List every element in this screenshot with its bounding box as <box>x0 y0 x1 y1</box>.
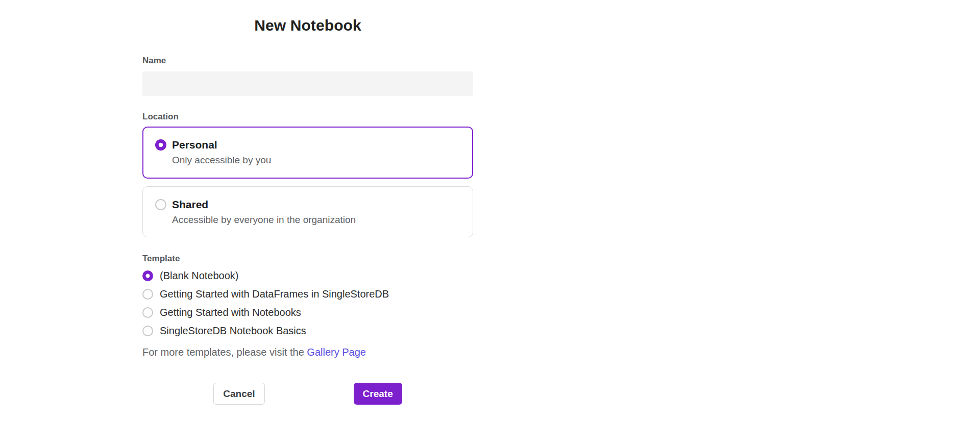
location-option-description: Accessible by everyone in the organizati… <box>172 214 356 226</box>
template-option-notebook-basics[interactable]: SingleStoreDB Notebook Basics <box>142 324 473 337</box>
new-notebook-dialog: New Notebook Name Location Personal Only… <box>142 0 473 405</box>
gallery-page-link[interactable]: Gallery Page <box>307 346 366 358</box>
location-option-text: Shared Accessible by everyone in the org… <box>172 198 356 226</box>
page-title: New Notebook <box>142 17 473 34</box>
template-option-blank-notebook[interactable]: (Blank Notebook) <box>142 269 473 282</box>
dialog-actions: Cancel Create <box>142 383 473 405</box>
location-option-personal[interactable]: Personal Only accessible by you <box>142 127 473 179</box>
location-option-text: Personal Only accessible by you <box>172 138 271 166</box>
location-option-title: Personal <box>172 138 271 152</box>
personal-radio[interactable] <box>155 139 166 151</box>
name-input[interactable] <box>142 71 473 96</box>
template-option-label: Getting Started with Notebooks <box>160 306 301 319</box>
location-option-description: Only accessible by you <box>172 154 271 166</box>
template-options: (Blank Notebook) Getting Started with Da… <box>142 269 473 337</box>
name-label: Name <box>142 56 473 65</box>
cancel-button[interactable]: Cancel <box>213 383 264 405</box>
create-button[interactable]: Create <box>354 383 402 405</box>
location-option-title: Shared <box>172 198 356 211</box>
template-radio-dataframes[interactable] <box>142 289 153 300</box>
template-option-getting-started-notebooks[interactable]: Getting Started with Notebooks <box>142 306 473 319</box>
shared-radio[interactable] <box>155 199 166 210</box>
template-radio-notebook-basics[interactable] <box>142 326 153 336</box>
template-radio-getting-started-notebooks[interactable] <box>142 307 153 318</box>
template-radio-blank-notebook[interactable] <box>142 270 153 281</box>
more-templates-note: For more templates, please visit the Gal… <box>142 346 473 358</box>
template-option-label: Getting Started with DataFrames in Singl… <box>160 287 389 301</box>
more-templates-text: For more templates, please visit the <box>142 346 307 358</box>
template-option-dataframes[interactable]: Getting Started with DataFrames in Singl… <box>142 287 473 301</box>
template-option-label: (Blank Notebook) <box>160 269 239 282</box>
template-option-label: SingleStoreDB Notebook Basics <box>160 324 306 337</box>
location-option-shared[interactable]: Shared Accessible by everyone in the org… <box>142 186 473 237</box>
location-label: Location <box>142 112 473 121</box>
template-label: Template <box>142 254 473 263</box>
